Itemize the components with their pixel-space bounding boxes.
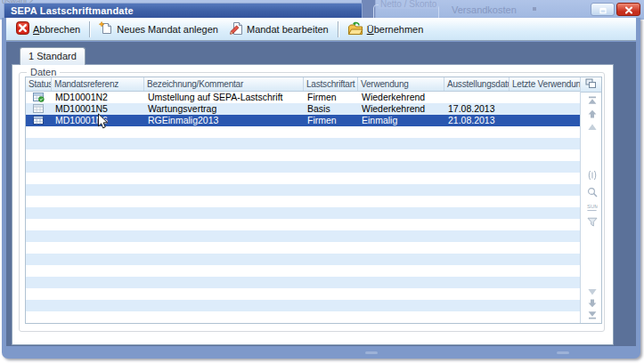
table-row-selected[interactable]: MD10001N6 RGEinmalig2013 Firmen Einmalig… xyxy=(26,115,580,126)
mandat-bearbeiten-label: Mandat bearbeiten xyxy=(247,24,329,35)
close-icon xyxy=(624,2,633,18)
cell-mandatsreferenz: MD10001N2 xyxy=(52,92,144,103)
table-row-empty[interactable] xyxy=(26,173,580,184)
table-row-empty[interactable] xyxy=(26,149,580,161)
mandates-table: Status Mandatsreferenz Bezeichnung/Komme… xyxy=(25,77,602,324)
resize-grip[interactable] xyxy=(557,351,569,354)
toolbar-separator xyxy=(89,21,90,37)
mandates-table-columns: Status Mandatsreferenz Bezeichnung/Komme… xyxy=(26,77,580,323)
tab-standard-label: 1 Standard xyxy=(29,51,77,61)
cell-ausstellungsdatum xyxy=(444,92,509,103)
sum-icon[interactable]: SUM xyxy=(586,202,598,213)
row-down-icon[interactable] xyxy=(586,286,598,297)
scroll-top-icon[interactable] xyxy=(586,95,598,106)
row-up-icon[interactable] xyxy=(586,121,598,132)
cell-lastschriftart: Firmen xyxy=(304,115,358,126)
table-row-empty[interactable] xyxy=(26,300,580,311)
table-row[interactable]: MD10001N2 Umstellung auf SEPA-Lastschrif… xyxy=(26,92,580,103)
uebernehmen-label: Übernehmen xyxy=(367,24,424,35)
column-header-verwendung[interactable]: Verwendung xyxy=(358,77,444,91)
column-header-mandatsreferenz[interactable]: Mandatsreferenz xyxy=(52,77,144,91)
dialog-toolbar: Abbrechen Neues Mandat anlegen Mandat be… xyxy=(6,18,636,41)
mouse-cursor xyxy=(97,113,109,133)
abbrechen-button[interactable]: Abbrechen xyxy=(11,20,86,38)
scroll-down-icon[interactable] xyxy=(586,298,598,309)
cell-bezeichnung: Umstellung auf SEPA-Lastschrift xyxy=(144,92,304,103)
status-table-check-icon xyxy=(26,92,52,103)
abbrechen-label: Abbrechen xyxy=(33,24,80,35)
cell-ausstellungsdatum: 17.08.2013 xyxy=(444,103,509,115)
cell-letzte-verwendung xyxy=(509,115,580,126)
search-icon[interactable] xyxy=(586,187,598,198)
fit-columns-icon[interactable] xyxy=(586,170,598,181)
copy-grid-button[interactable] xyxy=(581,77,601,93)
cancel-icon xyxy=(16,21,29,36)
window-restore-button[interactable] xyxy=(591,3,615,16)
dialog-inner: Abbrechen Neues Mandat anlegen Mandat be… xyxy=(6,18,636,346)
cell-lastschriftart: Basis xyxy=(304,103,358,115)
table-row-empty[interactable] xyxy=(26,242,580,254)
cell-bezeichnung: Wartungsvertrag xyxy=(144,103,304,115)
window-close-button[interactable] xyxy=(616,3,640,16)
netto-skonto-label: Netto / Skonto xyxy=(379,0,438,9)
uebernehmen-button[interactable]: Übernehmen xyxy=(342,20,429,39)
table-row-empty[interactable] xyxy=(26,207,580,219)
table-row[interactable]: MD10001N5 Wartungsvertrag Basis Wiederke… xyxy=(26,103,580,115)
neues-mandat-anlegen-label: Neues Mandat anlegen xyxy=(117,24,218,35)
grid-filler-rows xyxy=(26,126,580,323)
copy-grid-icon xyxy=(585,77,597,93)
dialog-body: 1 Standard Daten Status Mandatsreferenz … xyxy=(6,42,636,346)
column-header-lastschriftart[interactable]: Lastschriftart xyxy=(304,77,358,91)
mandat-bearbeiten-button[interactable]: Mandat bearbeiten xyxy=(224,20,334,39)
table-row-empty[interactable] xyxy=(26,161,580,173)
screen: { "background_window": { "cropped_text":… xyxy=(0,0,644,363)
cell-ausstellungsdatum: 21.08.2013 xyxy=(444,115,509,126)
cell-verwendung: Wiederkehrend xyxy=(358,92,444,103)
table-row-empty[interactable] xyxy=(26,196,580,207)
table-row-empty[interactable] xyxy=(26,277,580,288)
sepa-mandate-dialog: Abbrechen Neues Mandat anlegen Mandat be… xyxy=(2,18,640,359)
new-mandate-icon xyxy=(99,21,113,37)
cell-verwendung: Wiederkehrend xyxy=(358,103,444,115)
neues-mandat-anlegen-button[interactable]: Neues Mandat anlegen xyxy=(94,20,224,39)
toolbar-separator xyxy=(338,21,338,37)
table-row-empty[interactable] xyxy=(26,230,580,242)
column-header-bezeichnung[interactable]: Bezeichnung/Kommentar xyxy=(144,77,304,91)
tab-standard[interactable]: 1 Standard xyxy=(20,47,86,65)
edit-mandate-icon xyxy=(229,21,243,37)
column-header-letzte-verwendung[interactable]: Letzte Verwendung xyxy=(509,77,580,91)
table-row-empty[interactable] xyxy=(26,126,580,138)
cell-bezeichnung: RGEinmalig2013 xyxy=(144,115,304,126)
dialog-title: SEPA Lastschriftmandate xyxy=(11,5,134,16)
cell-letzte-verwendung xyxy=(509,92,580,103)
table-row-empty[interactable] xyxy=(26,138,580,149)
content-panel: Daten Status Mandatsreferenz Bezeichnung… xyxy=(12,64,614,345)
restore-icon xyxy=(599,2,607,18)
table-row-empty[interactable] xyxy=(26,265,580,277)
status-table-icon xyxy=(26,103,52,115)
filter-icon[interactable] xyxy=(586,216,598,227)
table-row-empty[interactable] xyxy=(26,288,580,300)
versandkosten-label: Versandkosten xyxy=(452,4,517,15)
table-row-empty[interactable] xyxy=(26,254,580,265)
table-row-empty[interactable] xyxy=(26,219,580,230)
column-header-status[interactable]: Status xyxy=(26,77,52,91)
background-dot xyxy=(533,7,536,11)
column-header-ausstellungsdatum[interactable]: Ausstellungsdatum xyxy=(444,77,509,91)
resize-grip[interactable] xyxy=(365,351,378,354)
table-row-empty[interactable] xyxy=(26,311,580,323)
daten-groupbox: Daten Status Mandatsreferenz Bezeichnung… xyxy=(19,72,605,332)
table-side-toolbar: SUM xyxy=(580,77,601,323)
apply-icon xyxy=(347,21,363,37)
status-table-icon xyxy=(26,115,52,126)
table-row-empty[interactable] xyxy=(26,184,580,196)
svg-text:SUM: SUM xyxy=(587,204,598,209)
cell-letzte-verwendung xyxy=(509,103,580,115)
dialog-title-bar[interactable]: SEPA Lastschriftmandate xyxy=(4,3,363,18)
scroll-bottom-icon[interactable] xyxy=(586,310,598,320)
cell-verwendung: Einmalig xyxy=(358,115,444,126)
table-header-row: Status Mandatsreferenz Bezeichnung/Komme… xyxy=(26,77,580,92)
cell-lastschriftart: Firmen xyxy=(304,92,358,103)
scroll-up-icon[interactable] xyxy=(586,109,598,119)
